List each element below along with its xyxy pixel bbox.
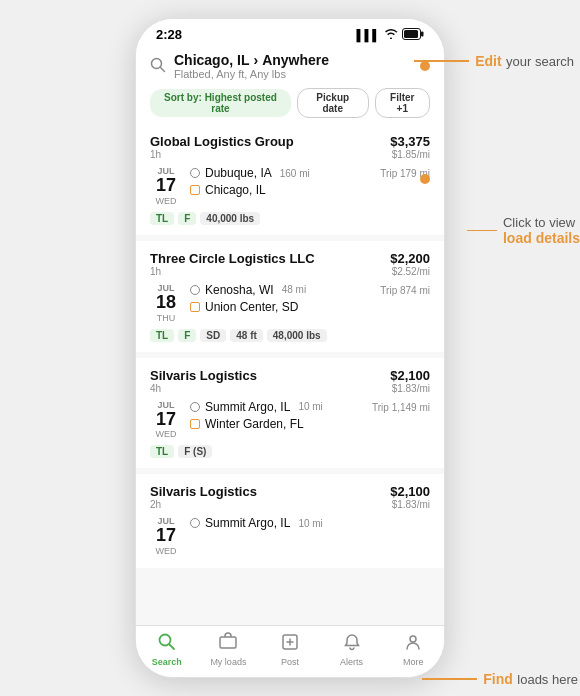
- search-destination: Anywhere: [262, 52, 329, 68]
- time-ago: 2h: [150, 499, 257, 510]
- search-nav-icon: [157, 632, 177, 655]
- search-route: Chicago, IL › Anywhere: [174, 52, 412, 68]
- price-block: $2,100 $1.83/mi: [390, 484, 430, 510]
- stop-dest: Union Center, SD: [190, 300, 372, 314]
- tag-f: F: [178, 212, 196, 225]
- date-weekday: WED: [156, 429, 177, 439]
- filter-pickup-chip[interactable]: Pickup date: [297, 88, 369, 118]
- svg-rect-1: [404, 30, 418, 38]
- tag-lbs: 48,000 lbs: [267, 329, 327, 342]
- nav-more[interactable]: More: [382, 632, 444, 667]
- nav-alerts-label: Alerts: [340, 657, 363, 667]
- svg-point-5: [159, 635, 170, 646]
- time-ago: 4h: [150, 383, 257, 394]
- more-nav-icon: [403, 632, 423, 655]
- svg-rect-7: [220, 637, 236, 648]
- origin-icon: [190, 518, 200, 528]
- time-ago: 1h: [150, 266, 315, 277]
- edit-search-dot[interactable]: [420, 61, 430, 71]
- load-detail-dot[interactable]: [420, 174, 430, 184]
- loads-nav-icon: [218, 632, 238, 655]
- signal-icon: ▌▌▌: [357, 29, 380, 41]
- price-block: $2,100 $1.83/mi: [390, 368, 430, 394]
- annotation-edit-bold: Edit: [475, 53, 501, 69]
- load-card[interactable]: Global Logistics Group 1h $3,375 $1.85/m…: [136, 124, 444, 235]
- load-tags: TL F 40,000 lbs: [150, 212, 430, 225]
- company-name: Silvaris Logistics: [150, 484, 257, 499]
- nav-alerts[interactable]: Alerts: [321, 632, 383, 667]
- annotation-find-text: loads here: [517, 672, 578, 687]
- search-origin: Chicago, IL: [174, 52, 249, 68]
- price-block: $3,375 $1.85/mi: [390, 134, 430, 160]
- stop-origin: Summit Argo, IL 10 mi: [190, 400, 364, 414]
- bottom-nav: Search My loads Post Alerts: [136, 625, 444, 677]
- date-weekday: WED: [156, 546, 177, 556]
- route-row: JUL 18 THU Kenosha, WI 48 mi Union Cente…: [150, 283, 430, 323]
- date-block: JUL 17 WED: [150, 166, 182, 206]
- date-day: 17: [156, 526, 176, 546]
- dest-name: Union Center, SD: [205, 300, 298, 314]
- origin-name: Summit Argo, IL: [205, 400, 290, 414]
- post-nav-icon: [280, 632, 300, 655]
- tag-f-s: F (S): [178, 445, 212, 458]
- svg-point-11: [410, 636, 416, 642]
- dest-icon: [190, 302, 200, 312]
- origin-name: Summit Argo, IL: [205, 516, 290, 530]
- date-day: 17: [156, 410, 176, 430]
- dest-icon: [190, 419, 200, 429]
- search-bar[interactable]: Chicago, IL › Anywhere Flatbed, Any ft, …: [136, 46, 444, 84]
- wifi-icon: [384, 28, 398, 41]
- search-arrow: ›: [253, 52, 258, 68]
- battery-icon: [402, 28, 424, 42]
- svg-line-4: [161, 67, 165, 71]
- tag-ft: 48 ft: [230, 329, 263, 342]
- nav-search-label: Search: [152, 657, 182, 667]
- price-per-mi: $1.83/mi: [392, 383, 430, 394]
- origin-dist: 10 mi: [298, 401, 322, 412]
- price-per-mi: $1.85/mi: [392, 149, 430, 160]
- filter-more-chip[interactable]: Filter +1: [375, 88, 430, 118]
- load-card[interactable]: Three Circle Logistics LLC 1h $2,200 $2.…: [136, 241, 444, 352]
- origin-name: Dubuque, IA: [205, 166, 272, 180]
- outer-wrapper: 2:28 ▌▌▌ Chicago, IL › Anywhere: [0, 0, 580, 696]
- nav-loads-label: My loads: [210, 657, 246, 667]
- price: $2,200: [390, 251, 430, 266]
- status-icons: ▌▌▌: [357, 28, 424, 42]
- origin-dist: 48 mi: [282, 284, 306, 295]
- phone-frame: 2:28 ▌▌▌ Chicago, IL › Anywhere: [135, 18, 445, 678]
- tag-sd: SD: [200, 329, 226, 342]
- nav-my-loads[interactable]: My loads: [198, 632, 260, 667]
- load-tags: TL F (S): [150, 445, 430, 458]
- dest-name: Winter Garden, FL: [205, 417, 304, 431]
- date-block: JUL 17 WED: [150, 516, 182, 556]
- trip-distance: Trip 1,149 mi: [372, 402, 430, 413]
- price: $2,100: [390, 484, 430, 499]
- route-stops: Summit Argo, IL 10 mi Winter Garden, FL: [190, 400, 364, 431]
- annotation-find: Find loads here: [422, 670, 578, 688]
- date-block: JUL 17 WED: [150, 400, 182, 440]
- filter-sort-chip[interactable]: Sort by: Highest posted rate: [150, 89, 291, 117]
- dest-icon: [190, 185, 200, 195]
- stop-origin: Dubuque, IA 160 mi: [190, 166, 372, 180]
- company-name: Global Logistics Group: [150, 134, 294, 149]
- route-row: JUL 17 WED Dubuque, IA 160 mi Chicago, I…: [150, 166, 430, 206]
- search-text: Chicago, IL › Anywhere Flatbed, Any ft, …: [174, 52, 412, 80]
- annotation-load-bold: load details: [503, 230, 580, 246]
- stop-origin: Summit Argo, IL 10 mi: [190, 516, 430, 530]
- tag-f: F: [178, 329, 196, 342]
- tag-tl: TL: [150, 445, 174, 458]
- nav-more-label: More: [403, 657, 424, 667]
- load-header: Silvaris Logistics 4h $2,100 $1.83/mi: [150, 368, 430, 398]
- load-header: Silvaris Logistics 2h $2,100 $1.83/mi: [150, 484, 430, 514]
- dest-name: Chicago, IL: [205, 183, 266, 197]
- load-card[interactable]: Silvaris Logistics 4h $2,100 $1.83/mi JU…: [136, 358, 444, 469]
- nav-search[interactable]: Search: [136, 632, 198, 667]
- nav-post[interactable]: Post: [259, 632, 321, 667]
- price: $2,100: [390, 368, 430, 383]
- load-card[interactable]: Silvaris Logistics 2h $2,100 $1.83/mi JU…: [136, 474, 444, 568]
- alerts-nav-icon: [342, 632, 362, 655]
- load-header: Global Logistics Group 1h $3,375 $1.85/m…: [150, 134, 430, 164]
- load-tags: TL F SD 48 ft 48,000 lbs: [150, 329, 430, 342]
- tag-tl: TL: [150, 329, 174, 342]
- route-row: JUL 17 WED Summit Argo, IL 10 mi Winter …: [150, 400, 430, 440]
